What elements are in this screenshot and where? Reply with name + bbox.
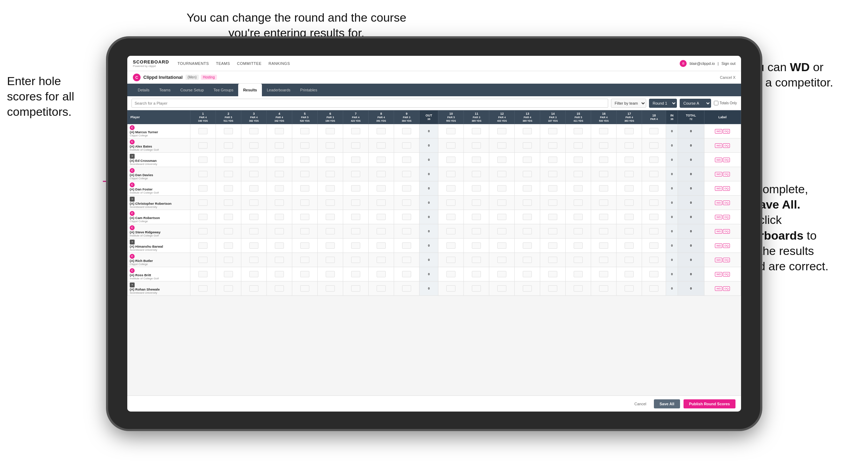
score-h11[interactable] xyxy=(464,239,489,253)
score-input-h15[interactable] xyxy=(574,257,583,263)
score-h18[interactable] xyxy=(642,181,666,196)
tab-details[interactable]: Details xyxy=(133,84,154,96)
score-input-h11[interactable] xyxy=(472,185,481,191)
score-h2[interactable] xyxy=(216,267,241,281)
score-h12[interactable] xyxy=(489,224,515,239)
score-h9[interactable] xyxy=(394,224,420,239)
score-h1[interactable] xyxy=(190,153,216,167)
score-input-h5[interactable] xyxy=(300,257,309,263)
score-h6[interactable] xyxy=(318,124,343,138)
score-input-h10[interactable] xyxy=(446,157,455,163)
score-h6[interactable] xyxy=(318,181,343,196)
score-h7[interactable] xyxy=(343,210,369,224)
score-h13[interactable] xyxy=(515,239,540,253)
score-input-h5[interactable] xyxy=(300,242,309,249)
score-input-h3[interactable] xyxy=(249,214,258,220)
score-h12[interactable] xyxy=(489,181,515,196)
score-h9[interactable] xyxy=(394,124,420,138)
score-input-h13[interactable] xyxy=(523,271,532,277)
score-h4[interactable] xyxy=(267,239,292,253)
score-input-h5[interactable] xyxy=(300,171,309,177)
score-input-h9[interactable] xyxy=(402,142,411,149)
score-h4[interactable] xyxy=(267,267,292,281)
score-input-h8[interactable] xyxy=(377,228,386,234)
score-h3[interactable] xyxy=(241,153,267,167)
score-input-h16[interactable] xyxy=(599,228,608,234)
score-h16[interactable] xyxy=(591,138,617,153)
score-h4[interactable] xyxy=(267,153,292,167)
score-input-h13[interactable] xyxy=(523,185,532,191)
score-input-h1[interactable] xyxy=(198,199,207,206)
nav-rankings[interactable]: RANKINGS xyxy=(269,61,290,66)
score-input-h8[interactable] xyxy=(377,185,386,191)
score-input-h14[interactable] xyxy=(548,271,557,277)
wd-button[interactable]: WD xyxy=(715,272,722,277)
score-h4[interactable] xyxy=(267,224,292,239)
score-h11[interactable] xyxy=(464,167,489,181)
score-h1[interactable] xyxy=(190,167,216,181)
score-h2[interactable] xyxy=(216,153,241,167)
score-h13[interactable] xyxy=(515,124,540,138)
score-h17[interactable] xyxy=(617,167,642,181)
score-h2[interactable] xyxy=(216,124,241,138)
score-h11[interactable] xyxy=(464,267,489,281)
score-h14[interactable] xyxy=(540,167,566,181)
wd-button[interactable]: WD xyxy=(715,172,722,176)
score-h10[interactable] xyxy=(438,224,464,239)
score-h3[interactable] xyxy=(241,167,267,181)
round-select[interactable]: Round 1 xyxy=(649,99,677,108)
score-input-h16[interactable] xyxy=(599,257,608,263)
score-input-h8[interactable] xyxy=(377,257,386,263)
score-h17[interactable] xyxy=(617,153,642,167)
score-h1[interactable] xyxy=(190,224,216,239)
score-input-h3[interactable] xyxy=(249,271,258,277)
score-input-h3[interactable] xyxy=(249,242,258,249)
nav-tournaments[interactable]: TOURNAMENTS xyxy=(178,61,209,66)
score-input-h18[interactable] xyxy=(649,128,658,134)
score-h10[interactable] xyxy=(438,124,464,138)
score-input-h17[interactable] xyxy=(625,257,634,263)
score-h12[interactable] xyxy=(489,253,515,267)
score-h11[interactable] xyxy=(464,196,489,210)
score-input-h1[interactable] xyxy=(198,242,207,249)
score-input-h10[interactable] xyxy=(446,285,455,292)
score-h8[interactable] xyxy=(369,224,394,239)
score-input-h12[interactable] xyxy=(497,171,506,177)
dq-button[interactable]: DQ xyxy=(723,129,730,134)
score-h10[interactable] xyxy=(438,253,464,267)
score-input-h1[interactable] xyxy=(198,214,207,220)
score-h18[interactable] xyxy=(642,253,666,267)
score-h13[interactable] xyxy=(515,267,540,281)
score-input-h2[interactable] xyxy=(224,171,233,177)
score-h9[interactable] xyxy=(394,210,420,224)
score-input-h2[interactable] xyxy=(224,142,233,149)
score-h5[interactable] xyxy=(292,253,318,267)
score-h8[interactable] xyxy=(369,167,394,181)
score-input-h5[interactable] xyxy=(300,199,309,206)
score-input-h8[interactable] xyxy=(377,199,386,206)
score-input-h12[interactable] xyxy=(497,285,506,292)
score-h13[interactable] xyxy=(515,253,540,267)
score-h18[interactable] xyxy=(642,196,666,210)
score-input-h7[interactable] xyxy=(351,142,360,149)
score-input-h6[interactable] xyxy=(326,157,335,163)
score-h6[interactable] xyxy=(318,267,343,281)
score-input-h10[interactable] xyxy=(446,128,455,134)
score-input-h8[interactable] xyxy=(377,242,386,249)
score-h16[interactable] xyxy=(591,210,617,224)
score-input-h5[interactable] xyxy=(300,142,309,149)
score-h10[interactable] xyxy=(438,281,464,296)
score-input-h13[interactable] xyxy=(523,242,532,249)
score-input-h8[interactable] xyxy=(377,142,386,149)
score-h11[interactable] xyxy=(464,253,489,267)
score-input-h4[interactable] xyxy=(275,171,284,177)
score-h7[interactable] xyxy=(343,253,369,267)
score-input-h16[interactable] xyxy=(599,242,608,249)
score-input-h10[interactable] xyxy=(446,228,455,234)
score-input-h15[interactable] xyxy=(574,128,583,134)
score-h18[interactable] xyxy=(642,239,666,253)
score-h1[interactable] xyxy=(190,210,216,224)
cancel-button[interactable]: Cancel xyxy=(630,400,650,408)
score-h16[interactable] xyxy=(591,196,617,210)
score-h4[interactable] xyxy=(267,196,292,210)
